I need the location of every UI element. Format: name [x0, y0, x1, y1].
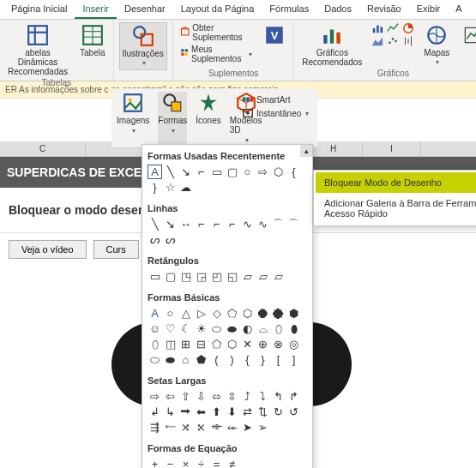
- shape-line5[interactable]: ⌐: [209, 217, 224, 231]
- shape-a17[interactable]: ⇄: [240, 405, 255, 419]
- line-chart-icon[interactable]: [387, 22, 399, 34]
- shape-a15[interactable]: ⬆: [209, 405, 224, 419]
- bar-chart-icon[interactable]: [371, 22, 383, 34]
- tab-draw[interactable]: Desenhar: [117, 0, 173, 19]
- shape-e2[interactable]: −: [163, 457, 178, 468]
- add-to-qat-item[interactable]: Adicionar Galeria à Barra de Ferramentas…: [316, 193, 476, 224]
- shape-r6[interactable]: ◱: [225, 269, 239, 284]
- shape-hexagon[interactable]: ⬡: [271, 165, 286, 179]
- shape-b17[interactable]: ◐: [240, 321, 255, 336]
- shape-b14[interactable]: ☀: [194, 321, 208, 336]
- tab-data[interactable]: Dados: [316, 0, 359, 19]
- shape-b18[interactable]: ⌓: [256, 321, 270, 336]
- shape-callout[interactable]: ☁: [178, 180, 193, 195]
- stock-chart-icon[interactable]: [402, 35, 414, 47]
- shape-a13[interactable]: ⮕: [178, 405, 193, 419]
- tab-view[interactable]: Exibir: [409, 0, 449, 19]
- shape-b39[interactable]: [: [271, 352, 286, 367]
- shape-line10[interactable]: ⌒: [286, 217, 301, 231]
- shape-r4[interactable]: ◲: [194, 269, 208, 284]
- tab-extra[interactable]: A: [448, 0, 469, 19]
- shape-b24[interactable]: ⊟: [194, 337, 208, 351]
- shape-b37[interactable]: {: [240, 352, 255, 367]
- shape-b7[interactable]: ⬡: [240, 306, 255, 321]
- shape-r5[interactable]: ◰: [209, 269, 224, 284]
- sparkline-button[interactable]: [459, 22, 476, 48]
- shape-b9[interactable]: ⯄: [271, 306, 286, 321]
- col-i[interactable]: I: [363, 141, 421, 156]
- shape-rounded-rect[interactable]: ▢: [225, 165, 239, 179]
- shape-r3[interactable]: ◳: [178, 269, 193, 284]
- pivot-tables-button[interactable]: abelas Dinâmicas Recomendadas: [5, 22, 70, 78]
- shape-a8[interactable]: ⤵: [256, 389, 270, 404]
- shape-b31[interactable]: ⬭: [148, 352, 162, 367]
- shape-line3[interactable]: ↔: [178, 217, 193, 231]
- shape-line7[interactable]: ∿: [240, 217, 255, 231]
- shape-a20[interactable]: ↺: [286, 405, 301, 419]
- shape-b15[interactable]: ⬭: [209, 321, 224, 336]
- shape-line11[interactable]: ᔕ: [148, 232, 162, 247]
- shape-a25[interactable]: ⬲: [209, 420, 224, 435]
- shape-b28[interactable]: ⊕: [256, 337, 270, 351]
- shape-e4[interactable]: ÷: [194, 457, 208, 468]
- shape-b26[interactable]: ⬡: [225, 337, 239, 351]
- shape-a14[interactable]: ⬅: [194, 405, 208, 419]
- get-addins-button[interactable]: Obter Suplementos: [178, 22, 254, 43]
- scatter-chart-icon[interactable]: [387, 35, 399, 47]
- shape-b19[interactable]: ⬯: [271, 321, 286, 336]
- shape-star[interactable]: ☆: [163, 180, 178, 195]
- shape-b8[interactable]: ⯃: [256, 306, 270, 321]
- shape-b1[interactable]: A: [148, 306, 162, 321]
- shape-b35[interactable]: (: [209, 352, 224, 367]
- shape-e3[interactable]: ×: [178, 457, 193, 468]
- shape-a21[interactable]: ⇶: [148, 420, 162, 435]
- shape-r1[interactable]: ▭: [148, 269, 162, 284]
- shape-a5[interactable]: ⬄: [209, 389, 224, 404]
- shape-right-arrow[interactable]: ⇨: [256, 165, 270, 179]
- shape-a10[interactable]: ↱: [286, 389, 301, 404]
- shape-a28[interactable]: ➢: [256, 420, 270, 435]
- shape-a24[interactable]: ⤪: [194, 420, 208, 435]
- shape-b16[interactable]: ⬬: [225, 321, 239, 336]
- tab-insert[interactable]: Inserir: [75, 0, 117, 19]
- shape-e1[interactable]: +: [148, 457, 162, 468]
- shape-line[interactable]: ╲: [163, 165, 178, 179]
- tab-home[interactable]: Página Inicial: [3, 0, 75, 19]
- shape-b36[interactable]: ): [225, 352, 239, 367]
- shape-b32[interactable]: ⬬: [163, 352, 178, 367]
- shape-rect[interactable]: ▭: [209, 165, 224, 179]
- shape-b10[interactable]: ⬢: [286, 306, 301, 321]
- shape-line1[interactable]: ╲: [148, 217, 162, 231]
- shape-a2[interactable]: ⇦: [163, 389, 178, 404]
- shape-b27[interactable]: ✕: [240, 337, 255, 351]
- shape-a23[interactable]: ⤨: [178, 420, 193, 435]
- shape-a16[interactable]: ⬇: [225, 405, 239, 419]
- shape-a1[interactable]: ⇨: [148, 389, 162, 404]
- shape-a3[interactable]: ⇧: [178, 389, 193, 404]
- shape-a12[interactable]: ↳: [163, 405, 178, 419]
- screenshot-button[interactable]: Instantâneo▾: [240, 106, 310, 120]
- shape-line4[interactable]: ⌐: [194, 217, 208, 231]
- illustrations-button[interactable]: Ilustrações ▾: [119, 22, 167, 70]
- shape-r2[interactable]: ▢: [163, 269, 178, 284]
- shape-line8[interactable]: ∿: [256, 217, 270, 231]
- shape-b40[interactable]: ]: [286, 352, 301, 367]
- shape-b29[interactable]: ⊗: [271, 337, 286, 351]
- shape-b30[interactable]: ◎: [286, 337, 301, 351]
- shapes-button[interactable]: Formas▾: [158, 92, 187, 144]
- shape-a11[interactable]: ↲: [148, 405, 162, 419]
- shape-b34[interactable]: ⬟: [194, 352, 208, 367]
- course-button[interactable]: Curs: [93, 240, 139, 259]
- shape-b5[interactable]: ◇: [209, 306, 224, 321]
- shape-line-arrow[interactable]: ↘: [178, 165, 193, 179]
- shape-b38[interactable]: }: [256, 352, 270, 367]
- recommended-charts-button[interactable]: Gráficos Recomendados: [299, 22, 365, 69]
- shape-oval[interactable]: ○: [240, 165, 255, 179]
- shape-a19[interactable]: ↻: [271, 405, 286, 419]
- shape-b20[interactable]: ⬮: [286, 321, 301, 336]
- shape-a26[interactable]: ⬰: [225, 420, 239, 435]
- shape-b4[interactable]: ▷: [194, 306, 208, 321]
- shape-a7[interactable]: ⤴: [240, 389, 255, 404]
- table-button[interactable]: Tabela: [77, 22, 107, 59]
- my-addins-button[interactable]: Meus Suplementos ▾: [178, 44, 254, 64]
